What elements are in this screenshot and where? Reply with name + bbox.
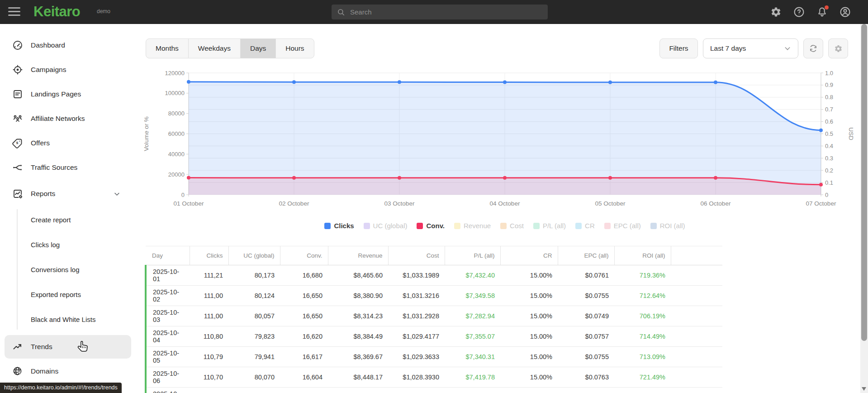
sidebar-item-landings-pages[interactable]: Landings Pages [0,82,136,106]
user-account-icon[interactable] [840,6,851,18]
search-input[interactable] [350,8,542,16]
data-point-Clicks[interactable] [608,81,612,84]
svg-text:$: $ [16,141,19,145]
cell: $1,033.1989 [388,265,445,286]
table-row[interactable]: 2025-10-01111,2180,17316,680$8,465.60$1,… [146,265,722,286]
sidebar-item-label: Campaigns [31,66,66,74]
data-point-Conv.[interactable] [187,176,190,180]
sidebar-item-reports[interactable]: Reports [0,182,136,206]
legend-item-cost[interactable]: Cost [500,222,524,230]
cell: 15.00% [500,388,558,393]
column-header-p-l-all-[interactable]: P/L (all) [445,246,500,265]
sidebar-item-offers[interactable]: $ Offers [0,131,136,155]
sidebar-subitem-black-and-white-lists[interactable]: Black and White Lists [0,307,136,331]
sidebar-item-trends[interactable]: Trends [0,335,136,359]
column-header-roi-all-[interactable]: ROI (all) [614,246,671,265]
column-header-day[interactable]: Day [146,246,190,265]
legend-swatch [604,223,611,229]
data-point-Conv.[interactable] [714,176,717,180]
trends-line-chart[interactable]: 02000040000600008000010000012000000.10.2… [136,67,860,219]
legend-item-epc-all-[interactable]: EPC (all) [604,222,641,230]
sidebar-subitem-label: Clicks log [31,241,60,249]
chart-settings-button[interactable] [828,38,848,58]
sidebar-item-label: Offers [31,139,50,147]
cell: 2025-10-02 [146,286,190,306]
sidebar-subitem-exported-reports[interactable]: Exported reports [0,282,136,307]
chart-legend: ClicksUC (global)Conv.RevenueCostP/L (al… [189,222,821,230]
sidebar-item-campaigns[interactable]: Campaigns [0,58,136,82]
sidebar-item-label: Domains [31,367,58,375]
legend-item-revenue[interactable]: Revenue [454,222,491,230]
column-header-cost[interactable]: Cost [388,246,445,265]
sidebar-subitem-label: Black and White Lists [31,316,95,323]
search-bar[interactable] [332,5,548,19]
legend-item-cr[interactable]: CR [575,222,595,230]
refresh-button[interactable] [803,38,823,58]
sidebar-item-dashboard[interactable]: Dashboard [0,33,136,58]
legend-swatch [324,223,331,229]
table-row[interactable]: 2025-10-03111,0080,05716,650$8,314.23$1,… [146,306,722,326]
help-icon[interactable] [793,6,805,18]
scrollbar-thumb[interactable] [861,24,867,341]
dashboard-gauge-icon [12,40,23,51]
sidebar-subitem-conversions-log[interactable]: Conversions log [0,257,136,282]
column-header-cr[interactable]: CR [500,246,558,265]
data-point-Conv.[interactable] [292,176,296,180]
table-row[interactable]: 2025-10-02111,0080,12416,650$8,380.90$1,… [146,286,722,306]
cell: 15.00% [500,265,558,286]
column-header-clicks[interactable]: Clicks [190,246,228,265]
column-header-revenue[interactable]: Revenue [328,246,388,265]
data-point-Clicks[interactable] [819,129,823,132]
date-range-value: Last 7 days [710,44,784,53]
filters-button[interactable]: Filters [659,38,698,58]
sidebar-item-traffic-sources[interactable]: Traffic Sources [0,155,136,180]
data-point-Conv.[interactable] [819,183,823,187]
gear-icon [834,44,843,53]
series-area-Conv. [189,178,821,195]
legend-item-p-l-all-[interactable]: P/L (all) [533,222,566,230]
data-point-Clicks[interactable] [503,81,507,84]
settings-gear-icon[interactable] [770,6,782,18]
tab-hours[interactable]: Hours [275,39,313,58]
chart-controls: Filters Last 7 days [659,38,848,58]
scroll-down-arrow[interactable] [862,387,866,391]
cell: 719.36% [614,265,671,286]
table-row[interactable]: 2025-10-05110,7979,94116,617$8,369.67$1,… [146,347,722,367]
sidebar-item-domains[interactable]: Domains [0,359,136,383]
vertical-scrollbar[interactable] [860,24,868,393]
main-content: Months Weekdays Days Hours Filters Last … [136,24,860,393]
legend-swatch [533,223,540,229]
x-axis-label: 07 October [806,200,836,207]
cell: 15.00% [500,286,558,306]
status-url-tooltip: https://demo.keitaro.io/admin/#!/trends/… [0,383,122,393]
legend-item-roi-all-[interactable]: ROI (all) [650,222,685,230]
data-point-Clicks[interactable] [292,80,296,84]
table-row[interactable]: 2025-10-06110,7080,07016,604$8,448.17$1,… [146,367,722,388]
data-point-Clicks[interactable] [398,80,401,84]
sidebar-subitem-label: Create report [31,216,71,224]
legend-item-uc-global-[interactable]: UC (global) [364,222,408,230]
legend-item-conv-[interactable]: Conv. [417,222,445,230]
data-point-Conv.[interactable] [503,176,507,180]
left-axis-tick: 0 [181,192,185,198]
column-header-uc-global-[interactable]: UC (global) [228,246,280,265]
sidebar-subitem-create-report[interactable]: Create report [0,207,136,232]
sidebar-item-affiliate-networks[interactable]: Affiliate Networks [0,106,136,131]
date-range-dropdown[interactable]: Last 7 days [703,38,798,58]
hamburger-menu-icon[interactable] [8,7,20,17]
notifications-bell-icon[interactable] [816,6,828,18]
tab-weekdays[interactable]: Weekdays [188,39,240,58]
data-point-Clicks[interactable] [714,81,717,84]
table-row[interactable]: 2025-10-04110,8079,82316,620$8,384.49$1,… [146,326,722,347]
data-point-Conv.[interactable] [398,176,401,180]
column-header-conv-[interactable]: Conv. [280,246,328,265]
sidebar-subitem-clicks-log[interactable]: Clicks log [0,232,136,257]
data-point-Clicks[interactable] [187,80,190,84]
table-row[interactable]: 2025-10-0744,4044,4576,648$4,003.34$527.… [146,388,722,393]
chevron-down-icon [784,45,791,52]
data-point-Conv.[interactable] [608,176,612,180]
legend-item-clicks[interactable]: Clicks [324,222,354,230]
tab-months[interactable]: Months [146,39,188,58]
tab-days[interactable]: Days [240,39,275,58]
column-header-epc-all-[interactable]: EPC (all) [558,246,614,265]
